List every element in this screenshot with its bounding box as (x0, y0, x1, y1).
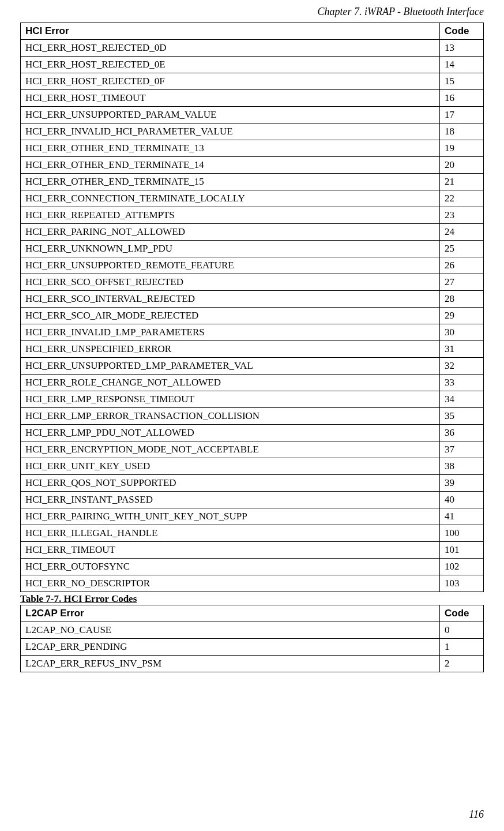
table-row: HCI_ERR_INVALID_LMP_PARAMETERS30 (21, 324, 484, 341)
error-name-cell: HCI_ERR_CONNECTION_TERMINATE_LOCALLY (21, 190, 440, 207)
error-name-cell: HCI_ERR_INVALID_LMP_PARAMETERS (21, 324, 440, 341)
table-row: HCI_ERR_PARING_NOT_ALLOWED24 (21, 224, 484, 241)
table-row: HCI_ERR_LMP_RESPONSE_TIMEOUT34 (21, 391, 484, 408)
table-row: HCI_ERR_ILLEGAL_HANDLE100 (21, 525, 484, 542)
error-name-cell: L2CAP_ERR_PENDING (21, 639, 440, 656)
column-header-code: Code (440, 23, 484, 40)
error-name-cell: HCI_ERR_INSTANT_PASSED (21, 492, 440, 508)
error-name-cell: HCI_ERR_QOS_NOT_SUPPORTED (21, 475, 440, 492)
page-content: HCI Error Code HCI_ERR_HOST_REJECTED_0D1… (0, 23, 504, 672)
error-code-cell: 18 (440, 123, 484, 140)
table-row: HCI_ERR_UNSUPPORTED_REMOTE_FEATURE26 (21, 257, 484, 274)
error-code-cell: 1 (440, 639, 484, 656)
table-row: HCI_ERR_UNSUPPORTED_LMP_PARAMETER_VAL32 (21, 358, 484, 375)
error-name-cell: HCI_ERR_REPEATED_ATTEMPTS (21, 207, 440, 224)
table-row: L2CAP_ERR_REFUS_INV_PSM2 (21, 656, 484, 672)
error-code-cell: 39 (440, 475, 484, 492)
error-name-cell: HCI_ERR_LMP_PDU_NOT_ALLOWED (21, 425, 440, 441)
hci-error-table: HCI Error Code HCI_ERR_HOST_REJECTED_0D1… (20, 23, 484, 592)
error-name-cell: HCI_ERR_UNSUPPORTED_LMP_PARAMETER_VAL (21, 358, 440, 375)
table-row: HCI_ERR_SCO_INTERVAL_REJECTED28 (21, 291, 484, 308)
table-row: HCI_ERR_HOST_REJECTED_0E14 (21, 57, 484, 73)
table-row: HCI_ERR_UNSUPPORTED_PARAM_VALUE17 (21, 107, 484, 123)
error-name-cell: HCI_ERR_HOST_REJECTED_0D (21, 40, 440, 57)
table-row: HCI_ERR_OTHER_END_TERMINATE_1319 (21, 140, 484, 157)
table-row: HCI_ERR_SCO_AIR_MODE_REJECTED29 (21, 308, 484, 324)
error-code-cell: 101 (440, 542, 484, 559)
table-header-row: HCI Error Code (21, 23, 484, 40)
error-code-cell: 41 (440, 508, 484, 525)
table-row: HCI_ERR_HOST_REJECTED_0D13 (21, 40, 484, 57)
column-header-code: Code (440, 605, 484, 622)
error-name-cell: HCI_ERR_HOST_REJECTED_0F (21, 73, 440, 90)
error-name-cell: HCI_ERR_LMP_RESPONSE_TIMEOUT (21, 391, 440, 408)
error-code-cell: 24 (440, 224, 484, 241)
error-name-cell: HCI_ERR_SCO_OFFSET_REJECTED (21, 274, 440, 291)
error-code-cell: 37 (440, 441, 484, 458)
error-code-cell: 33 (440, 375, 484, 391)
error-name-cell: HCI_ERR_TIMEOUT (21, 542, 440, 559)
error-name-cell: HCI_ERR_UNSPECIFIED_ERROR (21, 341, 440, 358)
table-header-row: L2CAP Error Code (21, 605, 484, 622)
table-row: HCI_ERR_UNKNOWN_LMP_PDU25 (21, 241, 484, 257)
error-name-cell: HCI_ERR_PARING_NOT_ALLOWED (21, 224, 440, 241)
error-code-cell: 16 (440, 90, 484, 107)
error-name-cell: HCI_ERR_OTHER_END_TERMINATE_13 (21, 140, 440, 157)
error-name-cell: HCI_ERR_HOST_TIMEOUT (21, 90, 440, 107)
error-code-cell: 0 (440, 622, 484, 639)
table-row: HCI_ERR_UNSPECIFIED_ERROR31 (21, 341, 484, 358)
table-row: HCI_ERR_ENCRYPTION_MODE_NOT_ACCEPTABLE37 (21, 441, 484, 458)
error-code-cell: 102 (440, 559, 484, 575)
error-code-cell: 27 (440, 274, 484, 291)
error-code-cell: 23 (440, 207, 484, 224)
error-name-cell: HCI_ERR_SCO_AIR_MODE_REJECTED (21, 308, 440, 324)
table-row: HCI_ERR_HOST_TIMEOUT16 (21, 90, 484, 107)
error-name-cell: HCI_ERR_UNIT_KEY_USED (21, 458, 440, 475)
error-code-cell: 26 (440, 257, 484, 274)
table-row: HCI_ERR_OTHER_END_TERMINATE_1521 (21, 174, 484, 190)
error-code-cell: 29 (440, 308, 484, 324)
error-code-cell: 31 (440, 341, 484, 358)
error-name-cell: HCI_ERR_UNSUPPORTED_REMOTE_FEATURE (21, 257, 440, 274)
error-code-cell: 22 (440, 190, 484, 207)
error-name-cell: HCI_ERR_OUTOFSYNC (21, 559, 440, 575)
table-row: HCI_ERR_REPEATED_ATTEMPTS23 (21, 207, 484, 224)
error-code-cell: 19 (440, 140, 484, 157)
error-code-cell: 14 (440, 57, 484, 73)
table-row: HCI_ERR_INSTANT_PASSED40 (21, 492, 484, 508)
table-row: HCI_ERR_HOST_REJECTED_0F15 (21, 73, 484, 90)
chapter-header: Chapter 7. iWRAP - Bluetooth Interface (0, 0, 504, 23)
table-row: HCI_ERR_OUTOFSYNC102 (21, 559, 484, 575)
error-code-cell: 36 (440, 425, 484, 441)
table-row: HCI_ERR_OTHER_END_TERMINATE_1420 (21, 157, 484, 174)
table-row: HCI_ERR_NO_DESCRIPTOR103 (21, 575, 484, 592)
table-row: HCI_ERR_PAIRING_WITH_UNIT_KEY_NOT_SUPP41 (21, 508, 484, 525)
error-name-cell: HCI_ERR_ENCRYPTION_MODE_NOT_ACCEPTABLE (21, 441, 440, 458)
column-header-error: L2CAP Error (21, 605, 440, 622)
table-row: L2CAP_NO_CAUSE0 (21, 622, 484, 639)
error-code-cell: 25 (440, 241, 484, 257)
table-row: HCI_ERR_SCO_OFFSET_REJECTED27 (21, 274, 484, 291)
l2cap-error-table: L2CAP Error Code L2CAP_NO_CAUSE0L2CAP_ER… (20, 605, 484, 672)
error-name-cell: HCI_ERR_ILLEGAL_HANDLE (21, 525, 440, 542)
error-name-cell: HCI_ERR_OTHER_END_TERMINATE_14 (21, 157, 440, 174)
page-number: 116 (469, 808, 484, 821)
error-code-cell: 21 (440, 174, 484, 190)
error-name-cell: HCI_ERR_INVALID_HCI_PARAMETER_VALUE (21, 123, 440, 140)
error-name-cell: HCI_ERR_PAIRING_WITH_UNIT_KEY_NOT_SUPP (21, 508, 440, 525)
table-caption-hci: Table 7-7. HCI Error Codes (20, 593, 484, 605)
table-row: HCI_ERR_TIMEOUT101 (21, 542, 484, 559)
error-code-cell: 100 (440, 525, 484, 542)
error-code-cell: 15 (440, 73, 484, 90)
error-code-cell: 17 (440, 107, 484, 123)
error-name-cell: HCI_ERR_ROLE_CHANGE_NOT_ALLOWED (21, 375, 440, 391)
error-code-cell: 103 (440, 575, 484, 592)
error-code-cell: 40 (440, 492, 484, 508)
error-code-cell: 35 (440, 408, 484, 425)
table-row: HCI_ERR_QOS_NOT_SUPPORTED39 (21, 475, 484, 492)
error-name-cell: HCI_ERR_UNSUPPORTED_PARAM_VALUE (21, 107, 440, 123)
error-name-cell: L2CAP_ERR_REFUS_INV_PSM (21, 656, 440, 672)
error-code-cell: 34 (440, 391, 484, 408)
table-row: HCI_ERR_LMP_PDU_NOT_ALLOWED36 (21, 425, 484, 441)
error-name-cell: HCI_ERR_UNKNOWN_LMP_PDU (21, 241, 440, 257)
